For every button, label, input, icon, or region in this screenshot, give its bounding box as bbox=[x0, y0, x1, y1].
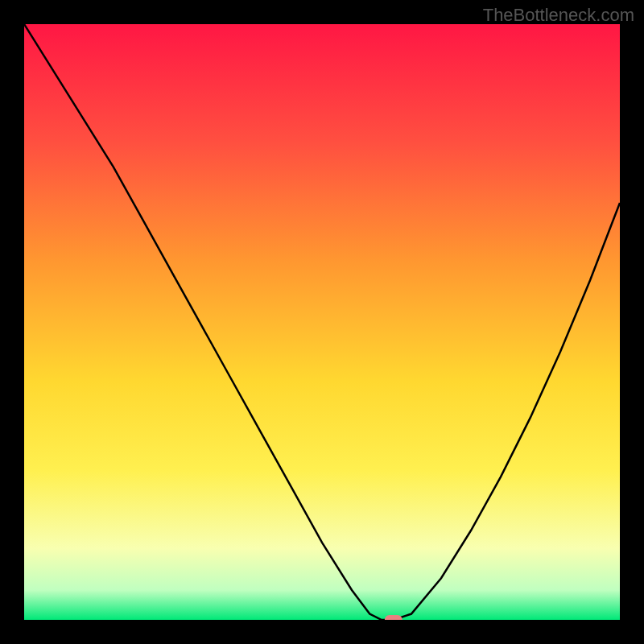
chart-container bbox=[24, 24, 620, 620]
chart-svg bbox=[24, 24, 620, 620]
optimal-point-marker bbox=[385, 615, 402, 620]
watermark-text: TheBottleneck.com bbox=[483, 5, 634, 26]
gradient-background bbox=[24, 24, 620, 620]
